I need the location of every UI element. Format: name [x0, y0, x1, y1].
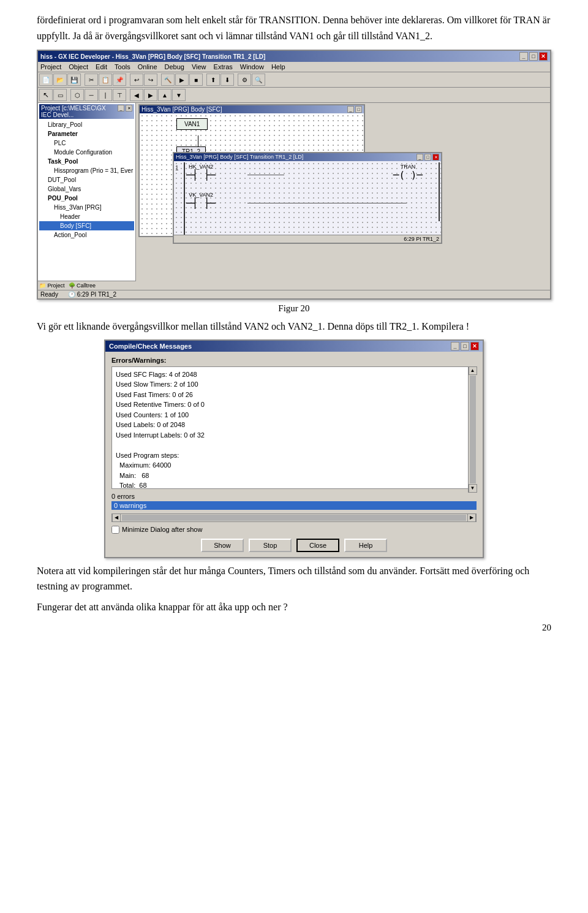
minimize-row: Minimize Dialog after show [111, 526, 477, 534]
ide-main: Project [c:\MELSEC\GX IEC Devel... _ ✕ L… [38, 103, 550, 281]
tree-item-taskpool[interactable]: Task_Pool [39, 157, 134, 166]
ld-max-btn[interactable]: □ [424, 154, 431, 161]
tb-paste[interactable]: 📌 [113, 74, 126, 86]
tree-item-header[interactable]: Header [39, 212, 134, 221]
maximize-button[interactable]: □ [529, 52, 538, 61]
vk-van2-contact: ─┤ ├─ [186, 199, 216, 208]
menu-project[interactable]: Project [40, 63, 61, 70]
sfc-min-btn[interactable]: _ [347, 106, 354, 113]
scroll-thumb-v[interactable] [470, 376, 476, 483]
minimize-button[interactable]: _ [519, 52, 528, 61]
tb-upload[interactable]: ⬆ [206, 74, 220, 86]
tree-item-body-sfc[interactable]: Body [SFC] [39, 221, 134, 230]
tb-run[interactable]: ▶ [175, 74, 189, 86]
compile-min-btn[interactable]: _ [451, 342, 459, 350]
tb-redo[interactable]: ↪ [144, 74, 157, 86]
tb-link[interactable]: | [99, 89, 112, 101]
tb-arrow-u[interactable]: ▲ [158, 89, 172, 101]
ld-title: Hiss_3Van [PRG] Body [SFC] Transition TR… [176, 154, 303, 161]
tb-branch[interactable]: ⊤ [113, 89, 126, 101]
menu-online[interactable]: Online [138, 63, 157, 70]
tb-open[interactable]: 📂 [53, 74, 67, 86]
messages-scrollbar-h[interactable]: ◀ ▶ [111, 513, 477, 522]
menu-debug[interactable]: Debug [165, 63, 184, 70]
menu-extras[interactable]: Extras [214, 63, 233, 70]
toolbar-row1: 📄 📂 💾 ✂ 📋 📌 ↩ ↪ 🔨 ▶ ■ ⬆ ⬇ ⚙ 🔍 [38, 72, 550, 88]
tb-select[interactable]: ▭ [53, 89, 67, 101]
tb-misc1[interactable]: ⚙ [238, 74, 251, 86]
tree-item-globalvars[interactable]: Global_Vars [39, 184, 134, 194]
ld-window: Hiss_3Van [PRG] Body [SFC] Transition TR… [173, 152, 442, 244]
tb-arrow-l[interactable]: ◀ [130, 89, 143, 101]
tab-calltree[interactable]: 🌳 Calltree [69, 282, 96, 289]
project-tree-panel: Project [c:\MELSEC\GX IEC Devel... _ ✕ L… [38, 103, 136, 281]
tb-cursor[interactable]: ↖ [39, 89, 53, 101]
compile-body: Errors/Warnings: Used SFC Flags: 4 of 20… [105, 352, 483, 557]
sfc-max-btn[interactable]: □ [355, 106, 362, 113]
show-button[interactable]: Show [201, 539, 244, 552]
tran-coil: ─( )─ [393, 170, 423, 180]
msg-slow-timers: Used Slow Timers: 2 of 100 [116, 379, 465, 390]
tree-item-parameter[interactable]: Parameter [39, 129, 134, 138]
compile-title-text: Compile/Check Messages [109, 343, 192, 350]
tb-build[interactable]: 🔨 [161, 74, 175, 86]
tree-minimize[interactable]: _ [118, 105, 124, 112]
tb-stop[interactable]: ■ [189, 74, 203, 86]
scroll-thumb-h[interactable] [122, 515, 466, 521]
tb-arrow-d[interactable]: ▼ [172, 89, 186, 101]
tree-item-hissprogram[interactable]: Hissprogram (Prio = 31, Ever [39, 166, 134, 175]
ide-titlebar: hiss - GX IEC Developer - Hiss_3Van [PRG… [38, 51, 550, 62]
scroll-up-arrow[interactable]: ▲ [469, 366, 477, 375]
scroll-down-arrow[interactable]: ▼ [469, 484, 477, 493]
close-button[interactable]: ✕ [539, 52, 548, 61]
tb-trans[interactable]: ─ [85, 89, 98, 101]
ld-status-right: 6:29 PI TR1_2 [404, 236, 439, 242]
ide-window: hiss - GX IEC Developer - Hiss_3Van [PRG… [37, 50, 551, 300]
compile-max-btn[interactable]: □ [461, 342, 469, 350]
menubar: Project Object Edit Tools Online Debug V… [38, 62, 550, 72]
tree-close[interactable]: ✕ [126, 105, 132, 112]
tb-download[interactable]: ⬇ [221, 74, 234, 86]
menu-window[interactable]: Window [240, 63, 264, 70]
ld-close-btn[interactable]: ✕ [432, 154, 439, 161]
tree-item-module[interactable]: Module Configuration [39, 148, 134, 157]
tb-save[interactable]: 💾 [67, 74, 81, 86]
tree-item-hiss3van[interactable]: Hiss_3Van [PRG] [39, 203, 134, 212]
msg-sfc-flags: Used SFC Flags: 4 of 2048 [116, 369, 465, 380]
tree-item-library[interactable]: Library_Pool [39, 120, 134, 129]
scroll-left-arrow[interactable]: ◀ [112, 513, 121, 522]
help-button[interactable]: Help [344, 539, 387, 552]
sidebar-bottom-tabs: 📁 Project 🌳 Calltree [38, 281, 136, 290]
warnings-bar: 0 warnings [111, 501, 477, 510]
msg-counters: Used Counters: 1 of 100 [116, 410, 465, 420]
menu-view[interactable]: View [192, 63, 206, 70]
compile-close-btn[interactable]: ✕ [470, 342, 479, 350]
ld-titlebar: Hiss_3Van [PRG] Body [SFC] Transition TR… [174, 153, 441, 161]
tree-item-dutpool[interactable]: DUT_Pool [39, 175, 134, 184]
tab-project[interactable]: 📁 Project [39, 282, 65, 289]
minimize-checkbox[interactable] [111, 526, 119, 534]
tree-item-poupool[interactable]: POU_Pool [39, 194, 134, 203]
tb-new[interactable]: 📄 [39, 74, 53, 86]
errors-warnings-label: Errors/Warnings: [111, 357, 477, 364]
menu-help[interactable]: Help [271, 63, 285, 70]
tree-item-plc[interactable]: PLC [39, 138, 134, 148]
scroll-right-arrow[interactable]: ▶ [467, 513, 476, 522]
tree-item-actionpool[interactable]: Action_Pool [39, 230, 134, 240]
tb-arrow-r[interactable]: ▶ [144, 89, 157, 101]
msg-int-labels: Used Interrupt Labels: 0 of 32 [116, 430, 465, 441]
menu-tools[interactable]: Tools [115, 63, 130, 70]
tb-undo[interactable]: ↩ [130, 74, 143, 86]
ld-min-btn[interactable]: _ [417, 154, 423, 161]
menu-edit[interactable]: Edit [96, 63, 107, 70]
tb-copy[interactable]: 📋 [99, 74, 112, 86]
close-dialog-button[interactable]: Close [296, 539, 339, 552]
tb-cut[interactable]: ✂ [85, 74, 98, 86]
stop-button[interactable]: Stop [249, 539, 292, 552]
tb-step[interactable]: ⬡ [70, 89, 84, 101]
ld-body: 1 HK_VAN2 ─┤ ├─ TRAN ─( )─ [174, 161, 441, 235]
tb-misc2[interactable]: 🔍 [252, 74, 265, 86]
msg-prog-steps: Used Program steps: [116, 450, 465, 461]
menu-object[interactable]: Object [69, 63, 88, 70]
messages-scrollbar-v[interactable]: ▲ ▼ [468, 366, 477, 493]
